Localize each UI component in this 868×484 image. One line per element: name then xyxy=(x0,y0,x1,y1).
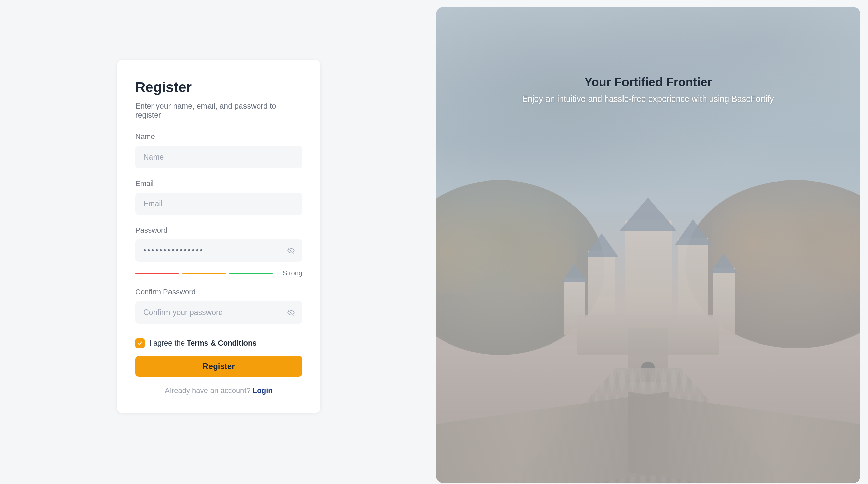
terms-row: I agree the Terms & Conditions xyxy=(135,338,302,348)
confirm-password-field-group: Confirm Password xyxy=(135,288,302,324)
name-input[interactable] xyxy=(135,146,302,168)
terms-text: I agree the Terms & Conditions xyxy=(149,339,257,348)
registration-card: Register Enter your name, email, and pas… xyxy=(117,60,320,413)
strength-bar-weak xyxy=(135,272,179,274)
page-subtitle: Enter your name, email, and password to … xyxy=(135,101,302,120)
terms-link[interactable]: Terms & Conditions xyxy=(187,339,256,347)
strength-bar-strong xyxy=(229,272,273,274)
terms-checkbox[interactable] xyxy=(135,338,145,348)
login-link[interactable]: Login xyxy=(253,386,273,395)
hero-title: Your Fortified Frontier xyxy=(456,75,840,89)
eye-off-icon[interactable] xyxy=(287,309,295,317)
hero-subtitle: Enjoy an intuitive and hassle-free exper… xyxy=(456,94,840,104)
eye-off-icon[interactable] xyxy=(287,247,295,255)
login-prompt-prefix: Already have an account? xyxy=(165,386,253,395)
password-field-group: Password Strong xyxy=(135,226,302,277)
password-strength-meter: Strong xyxy=(135,269,302,277)
password-label: Password xyxy=(135,226,302,235)
terms-prefix: I agree the xyxy=(149,339,187,347)
register-button[interactable]: Register xyxy=(135,356,302,377)
name-label: Name xyxy=(135,132,302,141)
strength-label: Strong xyxy=(282,269,302,277)
page-title: Register xyxy=(135,79,302,95)
email-label: Email xyxy=(135,179,302,188)
email-field-group: Email xyxy=(135,179,302,215)
strength-bar-medium xyxy=(182,272,226,274)
login-prompt: Already have an account? Login xyxy=(135,386,302,395)
name-field-group: Name xyxy=(135,132,302,168)
confirm-password-label: Confirm Password xyxy=(135,288,302,296)
email-input[interactable] xyxy=(135,193,302,215)
password-input[interactable] xyxy=(135,239,302,262)
confirm-password-input[interactable] xyxy=(135,301,302,324)
hero-panel: Your Fortified Frontier Enjoy an intuiti… xyxy=(436,7,860,483)
